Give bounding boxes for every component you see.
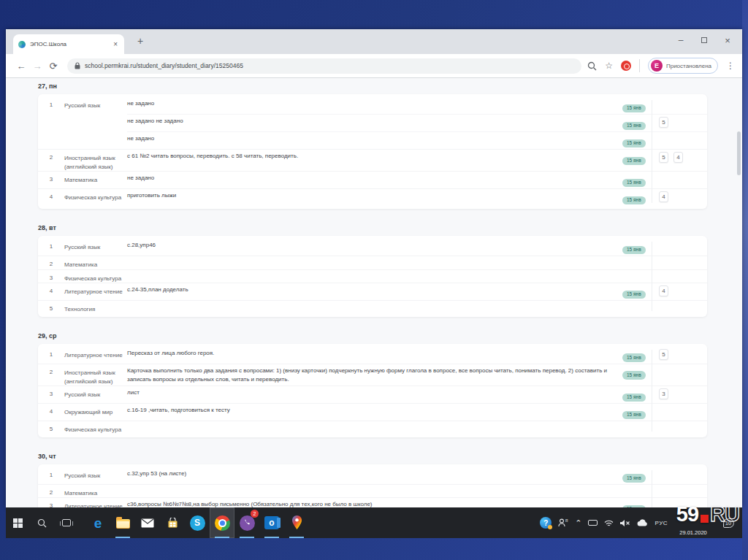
- taskbar-explorer-button[interactable]: [110, 507, 135, 538]
- tab-close-icon[interactable]: ×: [112, 40, 119, 48]
- lesson-row: 1Русский языкс.32,упр 53 (на листе)15 ян…: [38, 467, 707, 484]
- grades-cell: 5: [652, 349, 707, 360]
- homework-text: не задано: [127, 134, 622, 143]
- homework-entry: с.24-35,план доделать15 янв4: [127, 283, 707, 300]
- language-indicator[interactable]: РУС: [654, 520, 668, 526]
- homework-text: с.24-35,план доделать: [127, 285, 622, 294]
- badge-cell: 15 янв: [622, 406, 652, 419]
- badge-cell: 15 янв: [622, 500, 652, 507]
- lesson-number: 3: [38, 270, 64, 281]
- maps-pin-icon: [291, 515, 302, 530]
- badge-cell: 15 янв: [622, 469, 652, 483]
- day-card: 1Русский языкс.28,упр4615 янв2Математика…: [38, 236, 707, 317]
- lesson-subject: Математика: [64, 485, 127, 498]
- new-tab-button[interactable]: +: [133, 35, 148, 47]
- day-label: 30, чт: [38, 453, 707, 460]
- onedrive-cloud-icon[interactable]: [637, 519, 648, 526]
- network-icon[interactable]: [604, 519, 614, 527]
- lesson-entries: Пересказ от лица любого героя.15 янв5: [127, 347, 707, 364]
- store-icon: [167, 518, 178, 529]
- people-icon[interactable]: R: [558, 518, 568, 527]
- tray-expand-icon[interactable]: ⌃: [575, 518, 581, 528]
- lesson-row: 3Литературное чтениес36,вопросы №6№7№8,н…: [38, 497, 707, 507]
- scrollbar-thumb[interactable]: [737, 131, 741, 175]
- grades-cell: 4: [652, 285, 707, 296]
- taskbar-viber-button[interactable]: 2: [234, 507, 259, 538]
- window-maximize-button[interactable]: [692, 35, 716, 45]
- lesson-number: 1: [38, 467, 64, 478]
- edge-icon: e: [94, 516, 102, 530]
- grade-chip[interactable]: 3: [659, 388, 668, 399]
- taskbar-mail-button[interactable]: [135, 507, 160, 538]
- start-button[interactable]: [6, 507, 30, 538]
- lesson-entries: приготовить лыжи15 янв4: [127, 189, 707, 206]
- lesson-subject: Русский язык: [64, 239, 127, 252]
- lesson-entries: не задано15 янвне задано не задано15 янв…: [127, 97, 707, 149]
- bookmark-star-icon[interactable]: ☆: [605, 61, 613, 71]
- lesson-number: 5: [38, 421, 64, 432]
- lesson-entries: Карточка выполнить только два задания с …: [127, 364, 707, 386]
- battery-icon[interactable]: [588, 520, 598, 526]
- volume-muted-icon[interactable]: [620, 519, 630, 527]
- taskbar-clock[interactable]: 29.01.2020: [674, 507, 712, 538]
- assigned-date-badge: 15 янв: [622, 157, 646, 166]
- homework-entry: с.32,упр 53 (на листе)15 янв: [127, 467, 707, 484]
- grades-cell: 5: [652, 117, 707, 128]
- badge-cell: 15 янв: [622, 99, 652, 112]
- window-close-button[interactable]: ×: [716, 35, 739, 46]
- extension-icon[interactable]: [621, 61, 631, 71]
- taskbar-search-button[interactable]: [30, 507, 54, 538]
- homework-entry: с.28,упр4615 янв: [127, 239, 707, 256]
- lesson-row: 5Технология: [38, 300, 707, 314]
- taskbar-skype-button[interactable]: S: [185, 507, 210, 538]
- lesson-number: 4: [38, 283, 64, 294]
- notification-center-button[interactable]: 10: [719, 507, 738, 538]
- lesson-entries: [127, 256, 707, 269]
- address-bar[interactable]: school.permkrai.ru/student_diary/student…: [67, 58, 581, 74]
- lesson-number: 3: [38, 386, 64, 397]
- tab-favicon-icon: [18, 41, 26, 48]
- lesson-number: 3: [38, 172, 64, 183]
- lesson-subject: Русский язык: [64, 386, 127, 399]
- forward-button[interactable]: →: [29, 61, 45, 72]
- task-view-button[interactable]: [54, 507, 78, 538]
- lesson-number: 1: [38, 239, 64, 250]
- taskbar-chrome-button[interactable]: [210, 507, 234, 538]
- lesson-row: 4Физическая культураприготовить лыжи15 я…: [38, 188, 707, 206]
- grade-chip[interactable]: 5: [659, 349, 668, 360]
- day-label: 27, пн: [38, 83, 707, 90]
- homework-text: не задано не задано: [127, 117, 622, 126]
- grade-chip[interactable]: 4: [673, 152, 683, 163]
- taskbar-maps-button[interactable]: [284, 507, 309, 538]
- homework-text: приготовить лыжи: [127, 191, 622, 200]
- browser-tab[interactable]: ЭПОС.Школа ×: [13, 34, 124, 54]
- back-button[interactable]: ←: [13, 61, 29, 72]
- grade-chip[interactable]: 4: [659, 285, 668, 296]
- get-help-icon[interactable]: ?: [540, 517, 552, 529]
- homework-entry: лист15 янв3: [127, 386, 707, 403]
- assigned-date-badge: 15 янв: [622, 139, 646, 148]
- window-minimize-button[interactable]: –: [669, 35, 692, 45]
- homework-text: с 61 №2 читать вопросы, переводить. с 58…: [127, 152, 622, 161]
- reload-button[interactable]: ⟳: [45, 61, 61, 72]
- badge-cell: 15 янв: [622, 241, 652, 254]
- badge-cell: 15 янв: [622, 367, 652, 380]
- browser-menu-icon[interactable]: ⋮: [726, 61, 735, 71]
- lesson-entries: [127, 270, 707, 283]
- badge-cell: 15 янв: [622, 388, 652, 402]
- svg-text:R: R: [565, 518, 568, 523]
- assigned-date-badge: 15 янв: [622, 474, 646, 483]
- grade-chip[interactable]: 5: [659, 117, 668, 128]
- day-label: 29, ср: [38, 332, 707, 340]
- lesson-number: 5: [38, 301, 64, 312]
- zoom-icon[interactable]: [587, 61, 597, 71]
- taskbar-store-button[interactable]: [160, 507, 185, 538]
- taskbar-edge-button[interactable]: e: [85, 507, 110, 538]
- profile-chip[interactable]: Е Приостановлена: [648, 58, 718, 74]
- taskbar-outlook-button[interactable]: o: [259, 507, 284, 538]
- grade-chip[interactable]: 4: [659, 191, 668, 202]
- lesson-subject: Физическая культура: [64, 189, 127, 202]
- grade-chip[interactable]: 5: [659, 152, 668, 163]
- homework-text: с.28,упр46: [127, 241, 622, 250]
- lesson-row: 1Русский языкс.28,упр4615 янв: [38, 239, 707, 256]
